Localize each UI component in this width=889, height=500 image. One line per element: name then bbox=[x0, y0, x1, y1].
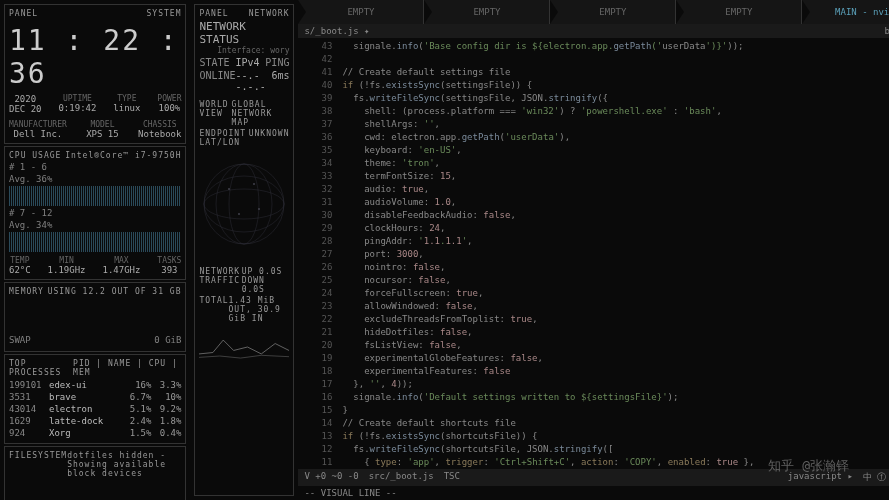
swap-label: SWAP bbox=[9, 335, 31, 345]
panel-label: PANEL bbox=[9, 9, 38, 18]
status-tsc: TSC bbox=[444, 471, 460, 484]
code-line[interactable]: 24 forceFullscreen: true, bbox=[304, 287, 889, 300]
net-ip: --.--.-.- bbox=[236, 70, 272, 92]
svg-point-7 bbox=[238, 213, 240, 215]
net-state: IPv4 bbox=[235, 57, 259, 68]
code-line[interactable]: 36 cwd: electron.app.getPath('userData')… bbox=[304, 131, 889, 144]
network-title: NETWORK STATUS bbox=[199, 20, 289, 46]
globe-visualization bbox=[199, 149, 289, 259]
code-line[interactable]: 21 hideDotfiles: false, bbox=[304, 326, 889, 339]
code-line[interactable]: 20 fsListView: false, bbox=[304, 339, 889, 352]
status-diag: 中 ⓕ 7 ⓞ 0 bbox=[863, 471, 889, 484]
code-line[interactable]: 33 termFontSize: 15, bbox=[304, 170, 889, 183]
clock: 11 : 22 : 36 bbox=[9, 20, 181, 94]
fs-title: FILESYSTEM bbox=[9, 451, 67, 478]
os-type: linux bbox=[113, 103, 140, 113]
code-line[interactable]: 15} bbox=[304, 404, 889, 417]
net-ping: 6ms bbox=[271, 70, 289, 92]
memory-title: MEMORY bbox=[9, 287, 44, 296]
power: 100% bbox=[159, 103, 181, 113]
code-line[interactable]: 43 signale.info('Base config dir is ${el… bbox=[304, 40, 889, 53]
year: 2020 bbox=[14, 94, 36, 104]
code-line[interactable]: 30 disableFeedbackAudio: false, bbox=[304, 209, 889, 222]
code-line[interactable]: 17 }, '', 4)); bbox=[304, 378, 889, 391]
code-line[interactable]: 31 audioVolume: 1.0, bbox=[304, 196, 889, 209]
code-line[interactable]: 39 fs.writeFileSync(settingsFile, JSON.s… bbox=[304, 92, 889, 105]
code-line[interactable]: 22 excludeThreadsFromToplist: true, bbox=[304, 313, 889, 326]
status-left: V +0 ~0 -0 bbox=[304, 471, 358, 484]
code-line[interactable]: 26 nointro: false, bbox=[304, 261, 889, 274]
code-line[interactable]: 37 shellArgs: '', bbox=[304, 118, 889, 131]
cpu-min: 1.19GHz bbox=[48, 265, 86, 275]
code-line[interactable]: 35 keyboard: 'en-US', bbox=[304, 144, 889, 157]
process-row[interactable]: 924Xorg1.5%0.4% bbox=[9, 427, 181, 439]
cpu-max: 1.47GHz bbox=[102, 265, 140, 275]
swap-value: 0 GiB bbox=[154, 335, 181, 345]
code-line[interactable]: 12 fs.writeFileSync(shortcutsFile, JSON.… bbox=[304, 443, 889, 456]
code-line[interactable]: 13if (!fs.existsSync(shortcutsFile)) { bbox=[304, 430, 889, 443]
chassis: Notebook bbox=[138, 129, 181, 139]
code-line[interactable]: 18 experimentalFeatures: false bbox=[304, 365, 889, 378]
code-line[interactable]: 16 signale.info('Default settings writte… bbox=[304, 391, 889, 404]
process-row[interactable]: 1629latte-dock2.4%1.8% bbox=[9, 415, 181, 427]
code-line[interactable]: 25 nocursor: false, bbox=[304, 274, 889, 287]
cpu-graph-1 bbox=[9, 186, 181, 206]
memory-detail: USING 12.2 OUT OF 31 GB bbox=[48, 287, 182, 296]
model: XPS 15 bbox=[86, 129, 119, 139]
code-line[interactable]: 28 pingAddr: '1.1.1.1', bbox=[304, 235, 889, 248]
tab[interactable]: EMPTY bbox=[424, 0, 550, 24]
cpu-tasks: 393 bbox=[161, 265, 177, 275]
code-line[interactable]: 27 port: 3000, bbox=[304, 248, 889, 261]
proc-cols: PID | NAME | CPU | MEM bbox=[73, 359, 181, 377]
date: DEC 20 bbox=[9, 104, 42, 114]
cpu-graph-2 bbox=[9, 232, 181, 252]
manufacturer: Dell Inc. bbox=[14, 129, 63, 139]
cpu-temp: 62°C bbox=[9, 265, 31, 275]
code-line[interactable]: 19 experimentalGlobeFeatures: false, bbox=[304, 352, 889, 365]
traffic-title: NETWORK TRAFFIC bbox=[199, 267, 241, 294]
tab[interactable]: MAIN - nvim bbox=[802, 0, 889, 24]
watermark: 知乎 @张瀚铎 bbox=[768, 457, 849, 475]
process-row[interactable]: 3531brave6.7%10% bbox=[9, 391, 181, 403]
code-line[interactable]: 14// Create default shortcuts file bbox=[304, 417, 889, 430]
tab[interactable]: EMPTY bbox=[676, 0, 802, 24]
code-editor[interactable]: 43 signale.info('Base config dir is ${el… bbox=[298, 38, 889, 469]
svg-point-5 bbox=[228, 188, 230, 190]
process-row[interactable]: 199101edex-ui16%3.3% bbox=[9, 379, 181, 391]
code-line[interactable]: 23 allowWindowed: false, bbox=[304, 300, 889, 313]
memory-grid bbox=[9, 298, 181, 333]
fs-hint: dotfiles hidden - Showing available bloc… bbox=[67, 451, 181, 478]
code-line[interactable]: 34 theme: 'tron', bbox=[304, 157, 889, 170]
cpu-title: CPU USAGE bbox=[9, 151, 61, 160]
code-line[interactable]: 29 clockHours: 24, bbox=[304, 222, 889, 235]
svg-point-8 bbox=[258, 208, 260, 210]
code-line[interactable]: 41// Create default settings file bbox=[304, 66, 889, 79]
buffers-label[interactable]: buffers bbox=[884, 26, 889, 36]
svg-point-6 bbox=[253, 183, 255, 185]
code-line[interactable]: 40if (!fs.existsSync(settingsFile)) { bbox=[304, 79, 889, 92]
code-line[interactable]: 42 bbox=[304, 53, 889, 66]
uptime: 0:19:42 bbox=[58, 103, 96, 113]
proc-title: TOP PROCESSES bbox=[9, 359, 73, 377]
tab[interactable]: EMPTY bbox=[550, 0, 676, 24]
vim-mode: -- VISUAL LINE -- bbox=[298, 486, 889, 500]
code-line[interactable]: 38 shell: (process.platform === 'win32')… bbox=[304, 105, 889, 118]
traffic-graph bbox=[199, 327, 289, 367]
code-line[interactable]: 32 audio: true, bbox=[304, 183, 889, 196]
cpu-model: Intel®Core™ i7-9750H bbox=[65, 151, 181, 160]
system-label: SYSTEM bbox=[147, 9, 182, 18]
filename: s/_boot.js ✦ bbox=[304, 26, 369, 36]
status-file: src/_boot.js bbox=[369, 471, 434, 484]
tab[interactable]: EMPTY bbox=[298, 0, 424, 24]
process-row[interactable]: 43014electron5.1%9.2% bbox=[9, 403, 181, 415]
